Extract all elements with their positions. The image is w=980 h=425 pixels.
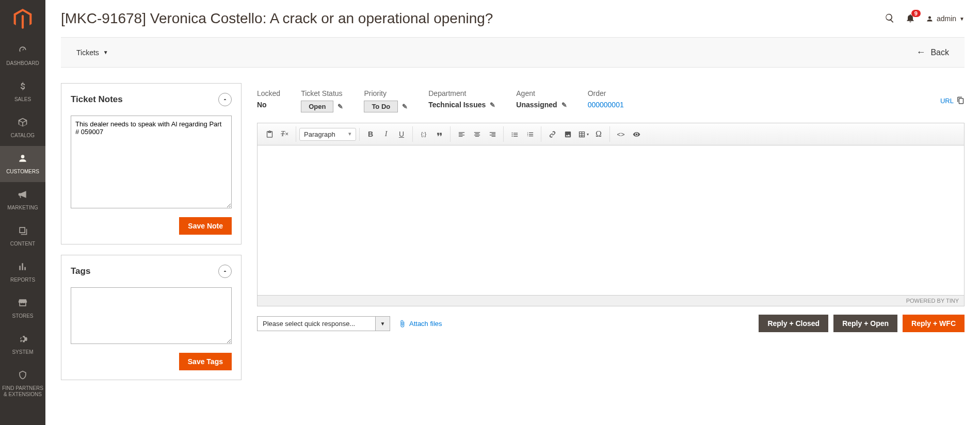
meta-value: No [257, 101, 280, 109]
link-icon[interactable] [544, 126, 560, 142]
attach-files-link[interactable]: Attach files [398, 320, 442, 328]
pencil-icon[interactable]: ✎ [402, 103, 408, 110]
sidebar-item-label: Find Partners & Extensions [2, 385, 43, 396]
tickets-label: Tickets [76, 48, 99, 57]
admin-user-menu[interactable]: admin ▼ [926, 14, 965, 23]
reply-wfc-button[interactable]: Reply + WFC [903, 315, 965, 332]
order-link[interactable]: 000000001 [588, 101, 624, 109]
tags-panel: Tags Save Tags [61, 255, 242, 380]
meta-label: Department [428, 89, 495, 97]
sidebar-item-label: Customers [6, 169, 39, 175]
underline-icon[interactable]: U [394, 126, 409, 142]
sidebar-item-system[interactable]: System [0, 326, 45, 363]
align-center-icon[interactable] [469, 126, 485, 142]
meta-label: Ticket Status [301, 89, 343, 97]
clear-format-icon[interactable]: T✕ [277, 126, 293, 142]
sidebar-item-label: Catalog [11, 133, 35, 139]
agent-value: Unassigned [516, 101, 557, 109]
sidebar-item-label: Content [10, 241, 35, 247]
bold-icon[interactable]: B [363, 126, 378, 142]
sidebar-item-partners[interactable]: Find Partners & Extensions [0, 363, 45, 396]
numbered-list-icon[interactable] [522, 126, 538, 142]
meta-priority: Priority To Do ✎ [364, 89, 408, 112]
meta-status: Ticket Status Open ✎ [301, 89, 343, 112]
notifications-icon[interactable]: 9 [905, 13, 915, 25]
attach-files-label: Attach files [409, 320, 442, 328]
sidebar-item-customers[interactable]: Customers [0, 146, 45, 182]
pencil-icon[interactable]: ✎ [490, 101, 495, 109]
tags-textarea[interactable] [71, 287, 232, 344]
meta-order: Order 000000001 [588, 89, 624, 109]
toolbar: Tickets ▼ ← Back [61, 37, 965, 68]
pencil-icon[interactable]: ✎ [561, 101, 567, 109]
megaphone-icon [18, 189, 28, 203]
admin-user-label: admin [937, 14, 956, 23]
editor-toolbar: T✕ Paragraph B I U {;} [258, 123, 964, 145]
bullet-list-icon[interactable] [507, 126, 522, 142]
sidebar-item-label: Marketing [7, 205, 38, 211]
preview-icon[interactable] [629, 126, 644, 142]
italic-icon[interactable]: I [378, 126, 394, 142]
align-right-icon[interactable] [485, 126, 500, 142]
priority-pill[interactable]: To Do [364, 101, 398, 112]
department-value: Technical Issues [428, 101, 486, 109]
sidebar-item-content[interactable]: Content [0, 218, 45, 254]
paperclip-icon [398, 320, 406, 328]
collapse-toggle[interactable] [218, 265, 232, 278]
sidebar-item-reports[interactable]: Reports [0, 254, 45, 290]
sidebar-item-label: Sales [14, 96, 31, 103]
magento-logo[interactable] [0, 0, 45, 38]
image-icon[interactable] [560, 126, 575, 142]
reply-closed-button[interactable]: Reply + Closed [759, 315, 828, 332]
meta-label: Order [588, 89, 624, 97]
copy-icon[interactable] [957, 96, 965, 106]
pages-icon [18, 225, 28, 239]
sidebar-item-dashboard[interactable]: Dashboard [0, 38, 45, 74]
reply-open-button[interactable]: Reply + Open [833, 315, 897, 332]
sidebar-item-marketing[interactable]: Marketing [0, 182, 45, 218]
status-pill[interactable]: Open [301, 101, 333, 112]
tickets-dropdown[interactable]: Tickets ▼ [76, 48, 108, 57]
paragraph-select[interactable]: Paragraph [299, 128, 356, 141]
pencil-icon[interactable]: ✎ [338, 103, 343, 110]
collapse-toggle[interactable] [218, 93, 232, 106]
meta-label: Priority [364, 89, 408, 97]
admin-sidebar: Dashboard Sales Catalog Customers Market… [0, 0, 45, 396]
sidebar-item-stores[interactable]: Stores [0, 290, 45, 326]
tags-title: Tags [71, 266, 90, 276]
quick-response-select[interactable]: Please select quick response... ▼ [257, 316, 390, 331]
code-block-icon[interactable]: {;} [416, 126, 431, 142]
box-icon [18, 117, 28, 130]
meta-label: Locked [257, 89, 280, 97]
dollar-icon [18, 81, 28, 94]
align-left-icon[interactable] [454, 126, 469, 142]
paste-icon[interactable] [262, 126, 277, 142]
search-icon[interactable] [885, 13, 895, 25]
ticket-notes-panel: Ticket Notes Save Note [61, 83, 242, 244]
sidebar-item-sales[interactable]: Sales [0, 74, 45, 110]
source-code-icon[interactable]: <> [613, 126, 629, 142]
page-title: [MKC-91678] Veronica Costello: A crack o… [61, 10, 493, 27]
editor-content[interactable] [258, 145, 964, 295]
reply-row: Please select quick response... ▼ Attach… [257, 315, 965, 332]
back-button[interactable]: ← Back [916, 47, 949, 58]
page-header: [MKC-91678] Veronica Costello: A crack o… [45, 0, 980, 27]
blockquote-icon[interactable] [431, 126, 447, 142]
ticket-notes-textarea[interactable] [71, 116, 232, 208]
table-icon[interactable]: ▾ [575, 126, 591, 142]
sidebar-item-label: Dashboard [6, 60, 39, 67]
save-tags-button[interactable]: Save Tags [179, 353, 232, 370]
chevron-up-icon [222, 96, 228, 103]
storefront-icon [18, 298, 28, 311]
special-char-icon[interactable]: Ω [591, 126, 606, 142]
chevron-up-icon [222, 268, 228, 274]
meta-locked: Locked No [257, 89, 280, 109]
save-note-button[interactable]: Save Note [179, 217, 232, 235]
sidebar-item-catalog[interactable]: Catalog [0, 110, 45, 146]
gear-icon [18, 334, 28, 347]
url-link[interactable]: URL [940, 97, 954, 105]
puzzle-icon [18, 370, 28, 383]
sidebar-item-label: System [12, 349, 33, 355]
rich-text-editor: T✕ Paragraph B I U {;} [257, 123, 965, 306]
meta-agent: Agent Unassigned ✎ [516, 89, 567, 109]
